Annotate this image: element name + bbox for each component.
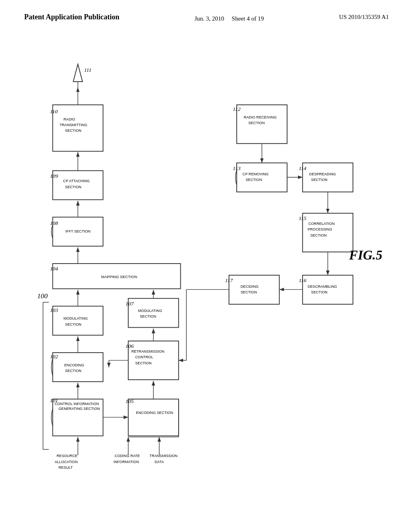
label-103: 103 — [50, 307, 58, 313]
svg-text:ENCODING: ENCODING — [64, 363, 84, 367]
svg-text:ALLOCATION: ALLOCATION — [54, 460, 77, 464]
main-label: 100 — [37, 292, 48, 300]
svg-text:RESULT: RESULT — [58, 466, 73, 470]
antenna-symbol — [73, 64, 83, 81]
figure-label: FIG.5 — [349, 248, 383, 262]
block-105 — [128, 399, 179, 436]
label-101: 101 — [50, 397, 58, 403]
svg-text:SECTION: SECTION — [246, 178, 262, 182]
label-105: 105 — [125, 398, 133, 404]
block-116 — [302, 275, 353, 304]
svg-text:SECTION: SECTION — [65, 129, 81, 133]
patent-number: US 2010/135359 A1 — [339, 12, 389, 21]
svg-text:PROCESSING: PROCESSING — [308, 227, 332, 231]
input-coding: CODING RATE — [115, 454, 140, 458]
label-109: 109 — [50, 173, 58, 179]
date-sheet: Jun. 3, 2010 Sheet 4 of 19 — [195, 12, 264, 23]
page-header: Patent Application Publication Jun. 3, 2… — [0, 0, 413, 27]
svg-text:SECTION: SECTION — [65, 369, 81, 373]
block-110 — [53, 105, 103, 151]
label-107: 107 — [125, 301, 134, 307]
svg-text:SECTION: SECTION — [241, 290, 257, 294]
svg-text:DESPREADING: DESPREADING — [309, 172, 336, 176]
block-107 — [128, 298, 179, 327]
label-106: 106 — [125, 343, 133, 349]
date: Jun. 3, 2010 — [195, 15, 224, 22]
svg-text:SECTION: SECTION — [65, 322, 81, 326]
svg-text:DECIDING: DECIDING — [241, 285, 259, 289]
input-transmission: TRANSMISSION — [150, 454, 177, 458]
label-111: 111 — [84, 67, 91, 73]
label-116: 116 — [299, 277, 307, 283]
block-103 — [53, 306, 103, 335]
label-117: 117 — [225, 277, 233, 283]
svg-text:IFFT SECTION: IFFT SECTION — [65, 229, 90, 233]
svg-text:ENCODING SECTION: ENCODING SECTION — [136, 411, 173, 415]
label-112: 112 — [233, 106, 240, 112]
block-117 — [229, 275, 280, 304]
svg-text:MODULATING: MODULATING — [64, 316, 88, 320]
svg-text:INFORMATION: INFORMATION — [113, 460, 139, 464]
svg-text:SECTION: SECTION — [140, 314, 156, 318]
svg-text:MAPPING SECTION: MAPPING SECTION — [101, 274, 138, 279]
label-114: 114 — [299, 165, 307, 171]
svg-text:SECTION: SECTION — [310, 233, 327, 237]
block-106 — [128, 341, 179, 380]
svg-text:RADIO: RADIO — [64, 117, 75, 121]
svg-text:DESCRAMBLING: DESCRAMBLING — [308, 285, 337, 289]
svg-text:SECTION: SECTION — [65, 185, 81, 189]
block-115 — [302, 213, 353, 252]
block-114 — [302, 163, 353, 192]
block-113 — [237, 163, 287, 192]
svg-text:GENERATING SECTION: GENERATING SECTION — [58, 407, 100, 411]
svg-text:CORRELATION: CORRELATION — [309, 222, 335, 226]
publication-title: Patent Application Publication — [24, 12, 119, 22]
svg-text:TRANSMITTING: TRANSMITTING — [60, 123, 87, 127]
svg-text:SECTION: SECTION — [311, 290, 327, 294]
sheet: Sheet 4 of 19 — [232, 15, 264, 22]
input-resource: RESOURCE — [56, 454, 77, 458]
svg-text:SECTION: SECTION — [248, 121, 265, 125]
svg-text:DATA: DATA — [154, 460, 164, 464]
svg-text:CP REMOVING: CP REMOVING — [242, 172, 269, 176]
svg-text:SECTION: SECTION — [135, 361, 151, 365]
label-108: 108 — [50, 220, 58, 226]
svg-text:RADIO RECEIVING: RADIO RECEIVING — [244, 115, 277, 119]
svg-text:RETRANSMISSION: RETRANSMISSION — [131, 349, 165, 353]
svg-text:CONTROL INFORMATION: CONTROL INFORMATION — [54, 402, 99, 406]
svg-text:CONTROL: CONTROL — [135, 355, 153, 359]
svg-text:SECTION: SECTION — [311, 178, 327, 182]
label-110: 110 — [50, 108, 58, 114]
patent-diagram: 100 CONTROL INFORMATION GENERATING SECTI… — [0, 27, 413, 519]
label-104: 104 — [50, 266, 58, 272]
block-102 — [53, 353, 103, 382]
label-102: 102 — [50, 353, 58, 360]
diagram-area: 100 CONTROL INFORMATION GENERATING SECTI… — [0, 27, 413, 519]
svg-text:MODULATING: MODULATING — [138, 309, 162, 313]
svg-text:CP ATTACHING: CP ATTACHING — [63, 179, 90, 183]
label-115: 115 — [299, 215, 307, 221]
